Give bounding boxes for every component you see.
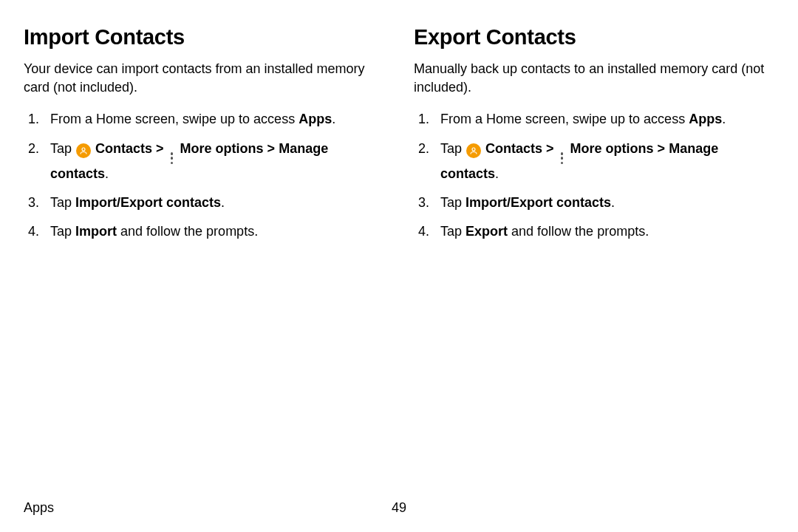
chevron-icon: > [658,141,666,156]
content-columns: Import Contacts Your device can import c… [24,25,774,252]
import-title: Import Contacts [24,25,384,50]
import-contacts-section: Import Contacts Your device can import c… [24,25,384,252]
text: From a Home screen, swipe up to access [50,112,299,126]
export-step-2: Tap Contacts > More options > Manage con… [414,140,774,184]
apps-label: Apps [689,112,722,126]
import-export-label: Import/Export contacts [466,195,611,210]
export-step-3: Tap Import/Export contacts. [414,194,774,212]
export-label: Export [466,224,508,239]
text: . [611,195,615,210]
more-options-label: More options [177,141,264,156]
text: Tap [50,195,75,210]
page-footer: Apps 49 [24,500,774,516]
text: . [495,166,499,181]
export-title: Export Contacts [414,25,774,50]
export-step-1: From a Home screen, swipe up to access A… [414,110,774,129]
text: Tap [440,195,466,210]
chevron-icon: > [546,141,554,156]
contacts-label: Contacts [92,141,152,156]
export-step-4: Tap Export and follow the prompts. [414,222,774,241]
import-step-2: Tap Contacts > More options > Manage con… [24,140,384,184]
export-steps: From a Home screen, swipe up to access A… [414,110,774,241]
export-contacts-section: Export Contacts Manually back up contact… [414,25,774,252]
more-options-label: More options [567,141,654,156]
text: Tap [440,224,466,239]
contacts-label: Contacts [482,141,542,156]
chevron-icon: > [267,141,276,156]
apps-label: Apps [299,112,332,126]
text: . [332,112,335,126]
import-export-label: Import/Export contacts [75,195,221,210]
text: and follow the prompts. [117,224,258,239]
export-intro: Manually back up contacts to an installe… [414,60,774,97]
more-options-icon [168,151,176,165]
import-steps: From a Home screen, swipe up to access A… [24,110,384,241]
contacts-icon [466,143,481,158]
text: Tap [50,141,75,156]
svg-point-0 [82,148,85,151]
svg-point-1 [472,148,475,151]
contacts-icon [76,143,91,158]
text: . [221,195,225,210]
text: . [722,112,726,126]
chevron-icon: > [156,141,164,156]
import-step-1: From a Home screen, swipe up to access A… [24,110,384,129]
more-options-icon [559,151,566,165]
text: From a Home screen, swipe up to access [440,112,689,126]
import-label: Import [75,224,117,239]
footer-section: Apps [24,500,54,516]
footer-page-number: 49 [392,500,406,516]
text: Tap [50,224,75,239]
import-step-4: Tap Import and follow the prompts. [24,222,384,241]
text: and follow the prompts. [508,224,649,239]
import-intro: Your device can import contacts from an … [24,60,384,97]
text: Tap [440,141,466,156]
import-step-3: Tap Import/Export contacts. [24,194,384,212]
text: . [105,166,109,181]
